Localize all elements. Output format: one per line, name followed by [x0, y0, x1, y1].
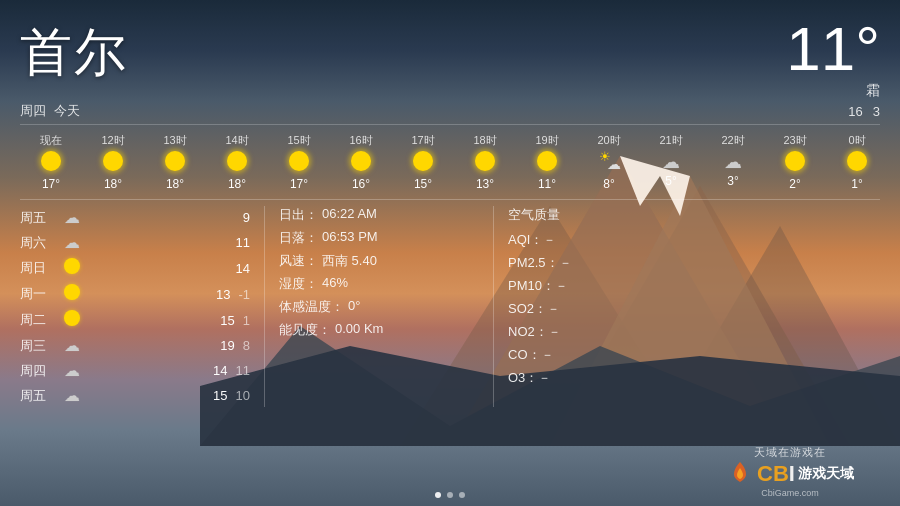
- hour-item: 12时 18°: [82, 131, 144, 193]
- current-temperature: 11°: [786, 18, 880, 80]
- hour-item: 23时 2°: [764, 131, 826, 193]
- hour-item: 14时 18°: [206, 131, 268, 193]
- week-low: 8: [243, 338, 250, 353]
- week-day: 周日: [20, 259, 52, 277]
- hour-label: 现在: [40, 133, 62, 148]
- detail-row: 日出：06:22 AM: [279, 206, 479, 224]
- weather-description: 霜: [786, 82, 880, 100]
- detail-row: 体感温度：0°: [279, 298, 479, 316]
- week-temps: 15 1: [220, 313, 250, 328]
- week-icon: ☁: [58, 386, 86, 405]
- week-icon: ☁: [58, 233, 86, 252]
- today-label: 今天: [54, 102, 80, 120]
- week-icon: ☁: [58, 208, 86, 227]
- hour-icon: [847, 151, 867, 174]
- hour-icon: [165, 151, 185, 174]
- divider-1: [264, 206, 265, 407]
- hour-label: 16时: [349, 133, 372, 148]
- air-label: NO2：: [508, 324, 548, 339]
- hour-temp: 18°: [166, 177, 184, 191]
- hour-icon: ☁: [724, 151, 742, 171]
- divider-2: [493, 206, 494, 407]
- hour-temp: 13°: [476, 177, 494, 191]
- week-high: 14: [236, 261, 250, 276]
- week-day: 周五: [20, 209, 52, 227]
- hour-item: 15时 17°: [268, 131, 330, 193]
- current-day: 周四: [20, 102, 46, 120]
- week-day: 周一: [20, 285, 52, 303]
- main-content: 首尔 11° 霜 周四 今天 16 3 现在 17° 12时 18° 13时 1…: [0, 0, 900, 506]
- air-label: PM2.5：: [508, 255, 559, 270]
- detail-row: 能见度：0.00 Km: [279, 321, 479, 339]
- detail-row: 湿度：46%: [279, 275, 479, 293]
- week-high: 14: [213, 363, 227, 378]
- hour-icon: [351, 151, 371, 174]
- air-row: AQI：－: [508, 231, 678, 249]
- week-temps: 19 8: [220, 338, 250, 353]
- week-row: 周五 ☁ 15 10: [20, 384, 250, 407]
- hour-temp: 5°: [665, 174, 676, 188]
- air-label: O3：: [508, 370, 538, 385]
- detail-value: 西南 5.40: [322, 252, 377, 270]
- week-day: 周五: [20, 387, 52, 405]
- city-name: 首尔: [20, 18, 128, 88]
- air-row: PM2.5：－: [508, 254, 678, 272]
- hour-item: 18时 13°: [454, 131, 516, 193]
- detail-label: 体感温度：: [279, 298, 344, 316]
- air-label: AQI：: [508, 232, 543, 247]
- hour-temp: 15°: [414, 177, 432, 191]
- watermark-cbi: C: [757, 461, 773, 486]
- hour-temp: 17°: [42, 177, 60, 191]
- detail-value: 06:22 AM: [322, 206, 377, 224]
- watermark-text1: 天域在游戏在: [726, 445, 854, 460]
- detail-label: 湿度：: [279, 275, 318, 293]
- flame-icon: [726, 460, 754, 488]
- hour-item: 现在 17°: [20, 131, 82, 193]
- week-icon: [58, 310, 86, 330]
- hour-temp: 18°: [228, 177, 246, 191]
- week-high: 9: [243, 210, 250, 225]
- hour-temp: 18°: [104, 177, 122, 191]
- header: 首尔 11° 霜: [20, 18, 880, 100]
- hour-label: 17时: [411, 133, 434, 148]
- hour-label: 12时: [101, 133, 124, 148]
- week-day: 周二: [20, 311, 52, 329]
- hour-icon: [413, 151, 433, 174]
- week-temps: 15 10: [213, 388, 250, 403]
- hour-icon: [103, 151, 123, 174]
- hour-temp: 1°: [851, 177, 862, 191]
- detail-value: 0.00 Km: [335, 321, 383, 339]
- weather-details: 日出：06:22 AM日落：06:53 PM风速：西南 5.40湿度：46%体感…: [279, 206, 479, 407]
- hour-item: 0时 1°: [826, 131, 880, 193]
- week-day: 周四: [20, 362, 52, 380]
- hour-label: 15时: [287, 133, 310, 148]
- week-row: 周一 13 -1: [20, 282, 250, 306]
- week-temps: 14 11: [213, 363, 250, 378]
- temp-section: 11° 霜: [786, 18, 880, 100]
- hour-item: 19时 11°: [516, 131, 578, 193]
- date-bar: 周四 今天 16 3: [20, 102, 880, 125]
- hour-temp: 2°: [789, 177, 800, 191]
- air-value: －: [559, 255, 572, 270]
- week-row: 周二 15 1: [20, 308, 250, 332]
- detail-row: 风速：西南 5.40: [279, 252, 479, 270]
- week-temps: 11: [236, 235, 250, 250]
- hour-label: 19时: [535, 133, 558, 148]
- air-value: －: [548, 324, 561, 339]
- detail-row: 日落：06:53 PM: [279, 229, 479, 247]
- hour-label: 20时: [597, 133, 620, 148]
- air-row: SO2：－: [508, 300, 678, 318]
- detail-value: 06:53 PM: [322, 229, 378, 247]
- hour-label: 0时: [848, 133, 865, 148]
- week-day: 周六: [20, 234, 52, 252]
- date-num1: 16: [848, 104, 862, 119]
- hour-item: 22时 ☁ 3°: [702, 131, 764, 193]
- hour-item: 16时 16°: [330, 131, 392, 193]
- air-value: －: [555, 278, 568, 293]
- week-temps: 9: [243, 210, 250, 225]
- week-icon: ☁: [58, 361, 86, 380]
- hour-temp: 16°: [352, 177, 370, 191]
- week-icon: ☁: [58, 336, 86, 355]
- hour-label: 22时: [721, 133, 744, 148]
- hour-icon: ☁: [662, 151, 680, 171]
